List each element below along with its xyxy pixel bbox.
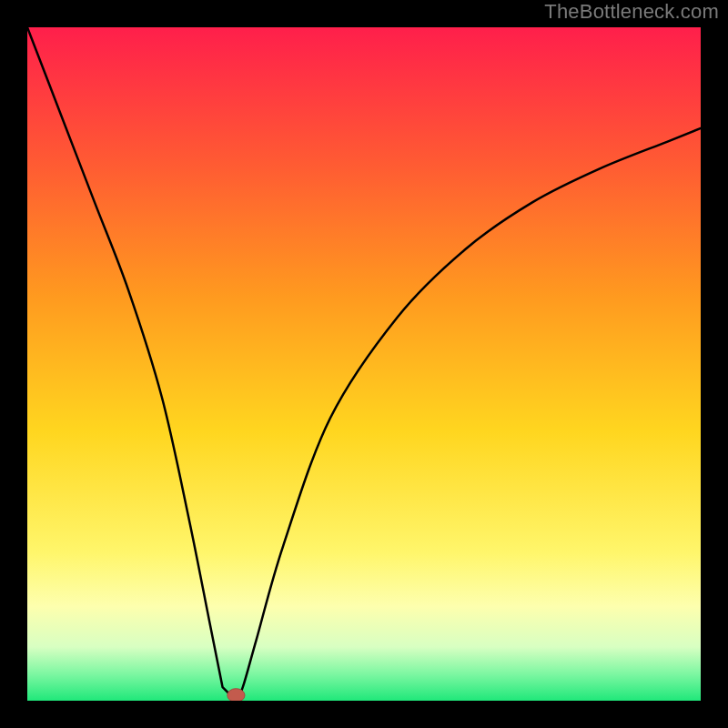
optimum-marker: [228, 689, 245, 701]
chart-frame: TheBottleneck.com: [0, 0, 728, 728]
plot-svg: [27, 27, 701, 701]
bottleneck-plot: [27, 27, 701, 701]
gradient-background: [27, 27, 701, 701]
watermark-text: TheBottleneck.com: [544, 0, 719, 24]
